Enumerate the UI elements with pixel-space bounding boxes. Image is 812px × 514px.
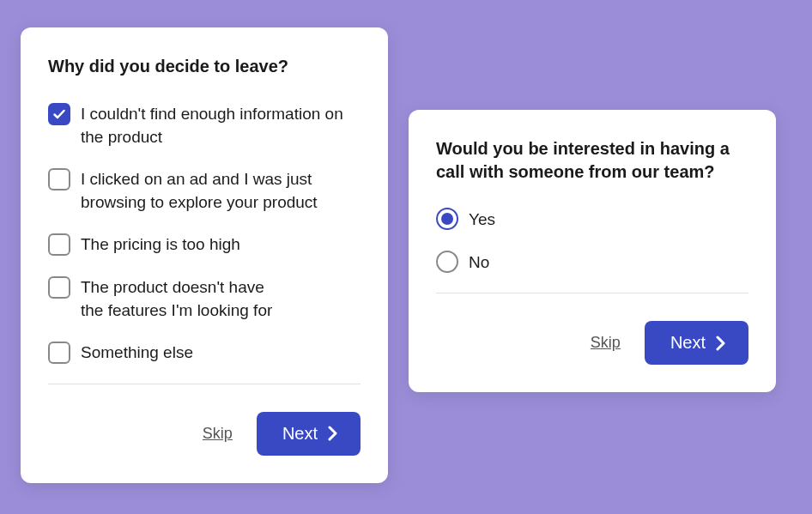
option-row[interactable]: Yes	[436, 208, 748, 232]
radio[interactable]	[436, 251, 458, 273]
radio[interactable]	[436, 208, 458, 230]
option-label: The pricing is too high	[81, 233, 240, 257]
checkbox[interactable]	[48, 276, 70, 299]
card-footer: Skip Next	[48, 412, 361, 456]
option-label: I couldn't find enough information on th…	[81, 102, 361, 148]
option-label: Yes	[469, 208, 495, 232]
option-row[interactable]: The product doesn't have the features I'…	[48, 275, 361, 322]
option-row[interactable]: I clicked on an ad and I was just browsi…	[48, 167, 361, 214]
checkbox[interactable]	[48, 342, 70, 364]
card-footer: Skip Next	[436, 321, 748, 365]
option-row[interactable]: The pricing is too high	[48, 233, 361, 257]
option-row[interactable]: Something else	[48, 341, 361, 365]
checkbox[interactable]	[48, 168, 70, 190]
divider	[436, 293, 748, 293]
option-label: Something else	[81, 341, 193, 365]
check-icon	[52, 107, 66, 121]
skip-link[interactable]: Skip	[591, 334, 621, 352]
skip-link[interactable]: Skip	[203, 425, 233, 443]
survey-card-call-interest: Would you be interested in having a call…	[409, 110, 776, 392]
next-button[interactable]: Next	[257, 412, 361, 456]
option-row[interactable]: No	[436, 251, 748, 275]
survey-card-leave-reason: Why did you decide to leave? I couldn't …	[21, 27, 388, 483]
divider	[48, 384, 361, 384]
option-label: The product doesn't have the features I'…	[81, 275, 278, 322]
option-label: I clicked on an ad and I was just browsi…	[81, 167, 361, 214]
question-text: Why did you decide to leave?	[48, 55, 361, 78]
next-button-label: Next	[670, 333, 706, 353]
next-button[interactable]: Next	[645, 321, 748, 365]
next-button-label: Next	[282, 424, 318, 444]
checkbox[interactable]	[48, 103, 70, 125]
option-row[interactable]: I couldn't find enough information on th…	[48, 102, 361, 148]
chevron-right-icon	[328, 426, 338, 441]
chevron-right-icon	[716, 336, 726, 351]
question-text: Would you be interested in having a call…	[436, 137, 748, 184]
option-label: No	[469, 251, 489, 275]
checkbox[interactable]	[48, 233, 70, 256]
